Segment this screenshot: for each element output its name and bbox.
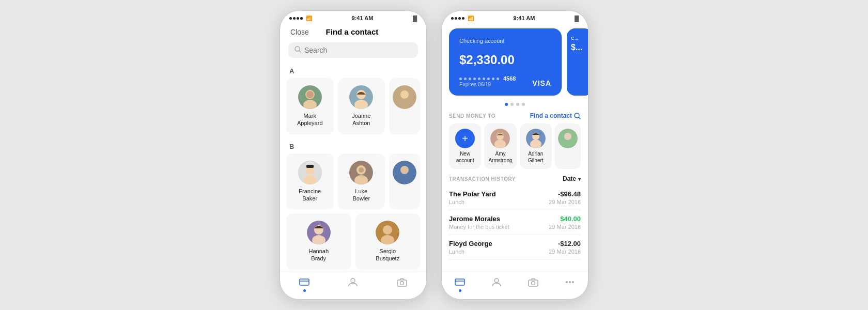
avatar-new-account: + — [455, 129, 475, 148]
txn-date-2: 29 Mar 2016 — [549, 224, 581, 230]
card-section: Checking account $2,330.00 — [442, 23, 588, 100]
svg-point-52 — [566, 281, 568, 283]
contact-joanne-ashton[interactable]: JoanneAshton — [338, 78, 385, 134]
send-money-section: SEND MONEY TO Find a contact + Newaccoun… — [442, 108, 588, 171]
name-new-account: Newaccount — [456, 150, 474, 164]
person-icon — [347, 276, 359, 288]
name-joanne: JoanneAshton — [352, 112, 370, 127]
bank-card-partial: C... $... — [567, 28, 588, 96]
signal-dots-2: 📶 — [451, 16, 474, 21]
indicator-dot-1 — [505, 103, 508, 106]
svg-point-53 — [569, 281, 571, 283]
transaction-top-1: The Polar Yard -$96.48 — [449, 190, 581, 198]
avatar-partial — [558, 129, 578, 148]
contact-list: A MarkAppleyard — [280, 63, 426, 271]
svg-point-18 — [359, 167, 364, 173]
date-filter-button[interactable]: Date ▾ — [563, 175, 581, 182]
signal-dots: 📶 — [289, 16, 312, 21]
contact-francine-baker[interactable]: FrancineBaker — [286, 153, 334, 210]
transaction-jerome-morales[interactable]: Jerome Morales $40.00 Money for the bus … — [449, 210, 581, 235]
name-luke: LukeBowler — [352, 188, 370, 203]
nav-person[interactable] — [347, 276, 359, 292]
nav-active-dot — [303, 289, 306, 292]
svg-point-36 — [400, 282, 404, 285]
card-icon — [299, 276, 310, 288]
nav2-person[interactable] — [491, 276, 502, 292]
svg-point-54 — [572, 281, 574, 283]
nav-camera[interactable] — [396, 276, 408, 292]
search-icon — [295, 46, 301, 54]
transaction-polar-yard[interactable]: The Polar Yard -$96.48 Lunch 29 Mar 2016 — [449, 185, 581, 210]
contact-anthony[interactable] — [389, 153, 420, 210]
partial-card-content: C... $... — [567, 28, 588, 96]
card-brand: VISA — [532, 79, 551, 87]
txn-desc-3: Lunch — [449, 249, 464, 255]
transaction-section: TRANSACTION HISTORY Date ▾ The Polar Yar… — [442, 171, 588, 271]
avatar-aztec — [393, 85, 416, 109]
phone2: 📶 9:41 AM ▓ Checking account $2,330.00 — [441, 10, 588, 300]
phone1: 📶 9:41 AM ▓ Close Find a contact A — [280, 10, 427, 300]
txn-name-3: Floyd George — [449, 240, 492, 247]
svg-line-1 — [299, 51, 301, 52]
find-contact-text: Find a contact — [530, 112, 572, 119]
transaction-top-3: Floyd George -$12.00 — [449, 240, 581, 247]
recipient-new-account[interactable]: + Newaccount — [449, 123, 481, 169]
find-contact-button[interactable]: Find a contact — [530, 112, 581, 119]
indicator-dot-2 — [510, 103, 514, 106]
svg-point-5 — [306, 91, 314, 98]
txn-desc-1: Lunch — [449, 199, 464, 205]
transaction-bottom-2: Money for the bus ticket 29 Mar 2016 — [449, 224, 581, 230]
indicator-dot-4 — [522, 103, 525, 106]
transaction-floyd-george[interactable]: Floyd George -$12.00 Lunch 29 Mar 2016 — [449, 235, 581, 260]
search-bar[interactable] — [288, 42, 418, 58]
name-adrian: AdrianGilbert — [528, 150, 543, 164]
camera-icon-2 — [528, 276, 539, 288]
svg-point-10 — [400, 90, 409, 99]
contact-hannah-brady[interactable]: HannahBrady — [286, 213, 351, 270]
avatar-joanne — [349, 85, 373, 109]
txn-amount-1: -$96.48 — [558, 190, 581, 198]
contact-sergio-busquetz[interactable]: SergioBusquetz — [355, 213, 421, 270]
signal-dot — [300, 17, 303, 20]
recipients-row: + Newaccount AmyArmstrong — [449, 123, 581, 169]
section-A: A — [286, 63, 420, 78]
recipient-amy-armstrong[interactable]: AmyArmstrong — [484, 123, 516, 169]
signal-dot — [289, 17, 292, 20]
txn-amount-3: -$12.00 — [558, 240, 581, 247]
transaction-header: TRANSACTION HISTORY Date ▾ — [449, 175, 581, 182]
close-button[interactable]: Close — [290, 28, 309, 36]
nav2-camera[interactable] — [528, 276, 539, 292]
txn-date-3: 29 Mar 2016 — [549, 249, 581, 255]
camera-icon — [396, 276, 408, 288]
avatar-anthony — [393, 161, 416, 184]
svg-point-49 — [494, 278, 499, 283]
nav2-card[interactable] — [454, 276, 466, 292]
svg-point-51 — [531, 282, 535, 285]
search-input[interactable] — [304, 46, 412, 54]
svg-point-20 — [400, 166, 409, 174]
recipient-adrian-gilbert[interactable]: AdrianGilbert — [520, 123, 552, 169]
transaction-top-2: Jerome Morales $40.00 — [449, 215, 581, 223]
recipient-partial[interactable] — [555, 123, 581, 169]
card-indicator — [442, 100, 588, 108]
svg-point-46 — [564, 133, 571, 140]
contact-mark-appleyard[interactable]: MarkAppleyard — [286, 78, 334, 134]
contact-luke-bowler[interactable]: LukeBowler — [338, 153, 385, 210]
contact-aztec[interactable] — [389, 78, 420, 134]
bank-card-main[interactable]: Checking account $2,330.00 — [449, 28, 562, 96]
person-icon-2 — [491, 276, 502, 288]
send-money-label: SEND MONEY TO — [449, 113, 495, 119]
transaction-list: The Polar Yard -$96.48 Lunch 29 Mar 2016… — [449, 185, 581, 260]
contact-row-a: MarkAppleyard JoanneAshton — [286, 78, 420, 134]
card-dots: 4568 — [459, 75, 516, 82]
txn-amount-2: $40.00 — [560, 215, 581, 223]
card-number: 4568 — [503, 75, 516, 82]
txn-date-1: 29 Mar 2016 — [549, 199, 581, 205]
transaction-label: TRANSACTION HISTORY — [449, 176, 516, 182]
nav2-more[interactable] — [564, 276, 576, 292]
svg-rect-32 — [300, 279, 309, 285]
status-bar-2: 📶 9:41 AM ▓ — [442, 11, 588, 23]
svg-rect-47 — [455, 279, 464, 285]
indicator-dot-3 — [516, 103, 519, 106]
nav-card[interactable] — [299, 276, 310, 292]
